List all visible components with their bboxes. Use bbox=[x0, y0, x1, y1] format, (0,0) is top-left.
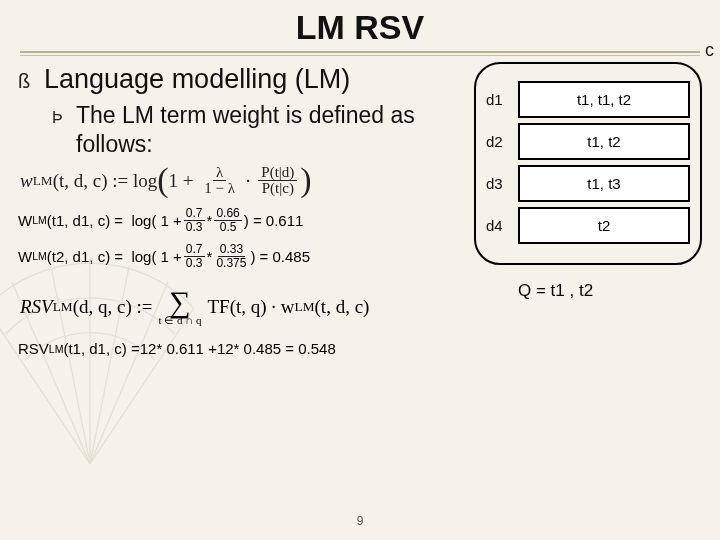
bullet-icon: Þ bbox=[52, 109, 66, 127]
document-collection: d1 t1, t1, t2 d2 t1, t2 d3 t1, t3 d4 t2 bbox=[474, 62, 702, 265]
doc-content: t1, t3 bbox=[518, 165, 690, 202]
doc-row: d4 t2 bbox=[486, 207, 690, 244]
doc-row: d1 t1, t1, t2 bbox=[486, 81, 690, 118]
doc-content: t2 bbox=[518, 207, 690, 244]
doc-content: t1, t1, t2 bbox=[518, 81, 690, 118]
query-text: Q = t1 , t2 bbox=[518, 281, 702, 301]
section-heading: Language modelling (LM) bbox=[44, 64, 350, 95]
calc-wlm-t2: WLM (t2, d1, c) = log( 1 + 0.70.3 * 0.33… bbox=[18, 243, 474, 269]
doc-label: d4 bbox=[486, 217, 518, 234]
slide-title: LM RSV bbox=[18, 8, 702, 47]
calc-wlm-t1: WLM (t1, d1, c) = log( 1 + 0.70.3 * 0.66… bbox=[18, 207, 474, 233]
sub-text: The LM term weight is defined as follows… bbox=[76, 101, 474, 159]
collection-label: c bbox=[705, 40, 714, 61]
bullet-icon: ß bbox=[18, 70, 34, 93]
formula-rsv: RSVLM (d, q, c) := ∑ t ∈ d ∩ q TF(t, q) … bbox=[20, 287, 474, 326]
doc-label: d3 bbox=[486, 175, 518, 192]
divider bbox=[20, 51, 700, 53]
divider bbox=[20, 55, 700, 56]
doc-label: d1 bbox=[486, 91, 518, 108]
formula-wlm: wLM (t, d, c) := log ( (1 + 1 + λ 1 − λ … bbox=[20, 165, 474, 198]
doc-content: t1, t2 bbox=[518, 123, 690, 160]
doc-row: d2 t1, t2 bbox=[486, 123, 690, 160]
doc-row: d3 t1, t3 bbox=[486, 165, 690, 202]
doc-label: d2 bbox=[486, 133, 518, 150]
page-number: 9 bbox=[0, 514, 720, 528]
calc-rsv: RSVLM (t1, d1, c) = 12 * 0.611 + 12 * 0.… bbox=[18, 340, 474, 357]
